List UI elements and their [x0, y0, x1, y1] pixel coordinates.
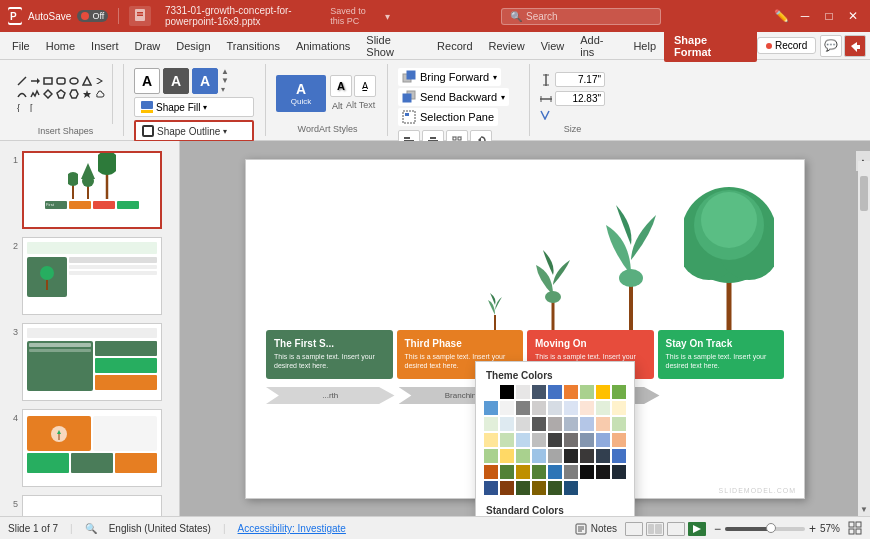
color-swatch[interactable]	[484, 481, 498, 495]
color-swatch[interactable]	[580, 401, 594, 415]
color-swatch[interactable]	[580, 433, 594, 447]
style-next[interactable]: ▼	[221, 77, 229, 85]
curve-icon[interactable]	[16, 88, 28, 100]
color-swatch[interactable]	[532, 385, 546, 399]
record-button[interactable]: Record	[757, 37, 816, 54]
color-swatch[interactable]	[484, 385, 498, 399]
brace-icon[interactable]: {	[16, 101, 28, 113]
normal-view-btn[interactable]	[625, 522, 643, 536]
edit-icon[interactable]: ✏️	[772, 7, 790, 25]
height-input[interactable]	[555, 72, 605, 87]
tab-insert[interactable]: Insert	[83, 36, 127, 56]
color-swatch[interactable]	[500, 401, 514, 415]
color-swatch[interactable]	[484, 433, 498, 447]
color-swatch[interactable]	[516, 449, 530, 463]
size-expand-btn[interactable]	[540, 110, 550, 120]
rect-icon[interactable]	[42, 75, 54, 87]
slide-sorter-btn[interactable]	[646, 522, 664, 536]
tab-draw[interactable]: Draw	[127, 36, 169, 56]
color-swatch[interactable]	[564, 481, 578, 495]
color-swatch[interactable]	[564, 433, 578, 447]
color-swatch[interactable]	[564, 401, 578, 415]
triangle-icon[interactable]	[81, 75, 93, 87]
minimize-button[interactable]: ─	[796, 7, 814, 25]
selection-pane-btn[interactable]: Selection Pane	[398, 108, 498, 126]
color-swatch[interactable]	[532, 449, 546, 463]
color-swatch[interactable]	[484, 417, 498, 431]
tab-transitions[interactable]: Transitions	[219, 36, 288, 56]
slide-thumb-2[interactable]: 2	[4, 235, 175, 317]
hexagon-icon[interactable]	[68, 88, 80, 100]
diamond-icon[interactable]	[42, 88, 54, 100]
comment-button[interactable]: 💬	[820, 35, 842, 57]
scroll-down-btn[interactable]: ▼	[858, 503, 870, 516]
shape-fill-button[interactable]: Shape Fill ▾	[134, 97, 254, 117]
color-swatch[interactable]	[516, 465, 530, 479]
rounded-rect-icon[interactable]	[55, 75, 67, 87]
color-swatch[interactable]	[564, 385, 578, 399]
style-sample-1[interactable]: A	[134, 68, 160, 94]
tab-review[interactable]: Review	[481, 36, 533, 56]
accessibility-label[interactable]: Accessibility: Investigate	[238, 523, 346, 534]
color-swatch[interactable]	[516, 385, 530, 399]
color-swatch[interactable]	[564, 465, 578, 479]
color-swatch[interactable]	[612, 449, 626, 463]
color-swatch[interactable]	[580, 465, 594, 479]
maximize-button[interactable]: □	[820, 7, 838, 25]
tab-file[interactable]: File	[4, 36, 38, 56]
tab-shape-format[interactable]: Shape Format	[664, 30, 757, 62]
style-sample-2[interactable]: A	[163, 68, 189, 94]
oval-icon[interactable]	[68, 75, 80, 87]
close-button[interactable]: ✕	[844, 7, 862, 25]
color-swatch[interactable]	[500, 417, 514, 431]
color-swatch[interactable]	[548, 449, 562, 463]
color-swatch[interactable]	[516, 401, 530, 415]
color-swatch[interactable]	[612, 417, 626, 431]
tab-slideshow[interactable]: Slide Show	[358, 30, 429, 62]
color-swatch[interactable]	[548, 385, 562, 399]
quick-styles-button[interactable]: A Quick	[276, 75, 326, 112]
color-swatch[interactable]	[484, 401, 498, 415]
chevron-icon[interactable]	[94, 75, 106, 87]
color-swatch[interactable]	[500, 481, 514, 495]
alt-text-btn[interactable]: Alt Alt Text	[330, 99, 377, 111]
color-swatch[interactable]	[612, 465, 626, 479]
tab-home[interactable]: Home	[38, 36, 83, 56]
arrow-icon[interactable]	[29, 75, 41, 87]
color-swatch[interactable]	[612, 385, 626, 399]
tab-design[interactable]: Design	[168, 36, 218, 56]
zoom-out-btn[interactable]: −	[714, 522, 721, 536]
search-box[interactable]: 🔍 Search	[501, 8, 661, 25]
color-swatch[interactable]	[612, 401, 626, 415]
v-scrollbar[interactable]: ▼	[858, 161, 870, 516]
color-swatch[interactable]	[580, 417, 594, 431]
color-swatch[interactable]	[500, 465, 514, 479]
shape-outline-button[interactable]: Shape Outline ▾	[134, 120, 254, 142]
tab-help[interactable]: Help	[625, 36, 664, 56]
color-swatch[interactable]	[500, 449, 514, 463]
text-reflect-btn[interactable]: A̲	[354, 75, 376, 97]
color-swatch[interactable]	[548, 417, 562, 431]
canvas-area[interactable]: ▲	[180, 141, 870, 516]
color-swatch[interactable]	[516, 417, 530, 431]
freeform-icon[interactable]	[29, 88, 41, 100]
color-swatch[interactable]	[580, 449, 594, 463]
color-swatch[interactable]	[596, 417, 610, 431]
style-sample-3[interactable]: A	[192, 68, 218, 94]
slideshow-btn[interactable]	[688, 522, 706, 536]
line-icon[interactable]	[16, 75, 28, 87]
color-swatch[interactable]	[516, 481, 530, 495]
color-swatch[interactable]	[548, 401, 562, 415]
color-swatch[interactable]	[532, 465, 546, 479]
fit-slide-btn[interactable]	[848, 521, 862, 537]
bring-forward-btn[interactable]: Bring Forward ▾	[398, 68, 501, 86]
send-backward-btn[interactable]: Send Backward ▾	[398, 88, 509, 106]
slide-thumb-5[interactable]: 5	[4, 493, 175, 516]
tab-animations[interactable]: Animations	[288, 36, 358, 56]
color-swatch[interactable]	[532, 481, 546, 495]
color-swatch[interactable]	[596, 465, 610, 479]
color-swatch[interactable]	[548, 481, 562, 495]
cloud-icon[interactable]	[94, 88, 106, 100]
text-shadow-btn[interactable]: A	[330, 75, 352, 97]
tab-record[interactable]: Record	[429, 36, 480, 56]
